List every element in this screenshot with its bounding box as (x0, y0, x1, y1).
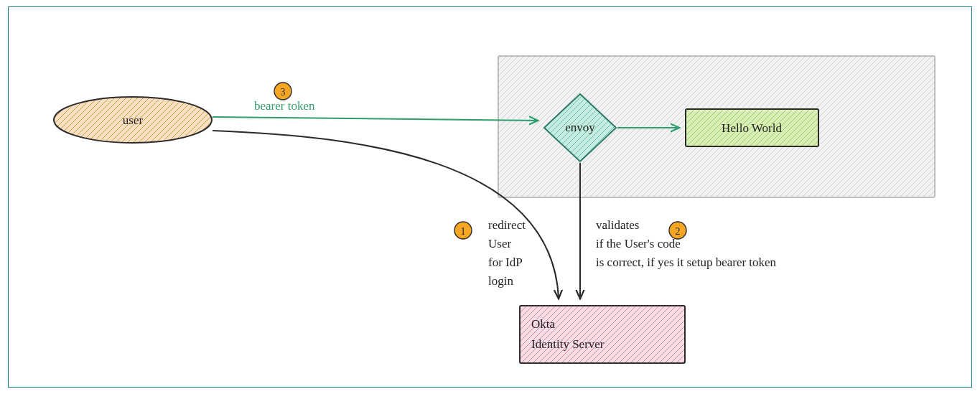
edge-redirect-line3: for IdP (488, 255, 523, 269)
edge-bearer-token: bearer token (213, 99, 537, 121)
user-node: user (54, 97, 212, 143)
edge-redirect-line1: redirect (488, 218, 526, 232)
badge-2-text: 2 (676, 226, 681, 237)
svg-rect-9 (520, 306, 685, 363)
edge-validates-line2: if the User's code (596, 237, 681, 250)
okta-node: Okta Identity Server (520, 306, 685, 363)
hello-world-label: Hello World (722, 121, 782, 135)
badge-2: 2 (669, 222, 686, 239)
user-label: user (123, 113, 144, 127)
hello-world-node: Hello World (686, 109, 818, 146)
okta-label-2: Identity Server (531, 337, 605, 351)
badge-1: 1 (454, 222, 472, 239)
edge-redirect-line2: User (488, 237, 511, 250)
badge-3: 3 (274, 83, 291, 100)
badge-3-text: 3 (281, 87, 286, 98)
diagram-canvas: user envoy Hello World Okta Identity Ser… (0, 0, 980, 394)
okta-label-1: Okta (531, 317, 556, 331)
edge-bearer-label: bearer token (254, 99, 315, 113)
edge-redirect-line4: login (488, 274, 513, 288)
edge-validates-line3: is correct, if yes it setup bearer token (596, 255, 777, 269)
badge-1-text: 1 (461, 226, 466, 237)
envoy-label: envoy (565, 121, 595, 134)
edge-validates-line1: validates (596, 218, 639, 232)
